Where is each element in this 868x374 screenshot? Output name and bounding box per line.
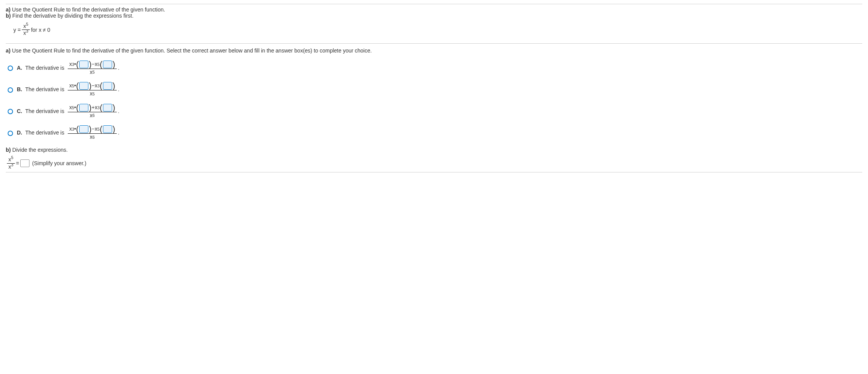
part-a-text: Use the Quotient Rule to find the deriva…	[10, 7, 165, 13]
choice-c-radio[interactable]	[8, 109, 13, 114]
choice-c-row: C. The derivative is x5 • () + x3 () x6 …	[6, 104, 862, 118]
choice-c-input-2[interactable]	[103, 104, 112, 112]
choice-c-period: .	[118, 108, 119, 114]
choice-d-row: D. The derivative is x3 • () − x5 () x6 …	[6, 125, 862, 140]
choice-b-row: B. The derivative is x5 • () − x3 () x5 …	[6, 82, 862, 97]
eq-condition: for x ≠ 0	[31, 27, 50, 33]
choice-b-letter: B.	[17, 86, 22, 92]
part-b-prompt-text: Divide the expressions.	[11, 147, 68, 153]
choice-d-input-2[interactable]	[103, 125, 112, 133]
part-b-hint: (Simplify your answer.)	[32, 160, 86, 166]
part-b-answer-input[interactable]	[20, 159, 29, 167]
choice-a-period: .	[118, 65, 119, 71]
choice-a-input-2[interactable]	[103, 61, 112, 68]
function-equation: y = x5 x3 for x ≠ 0	[13, 23, 862, 36]
choice-a-text: The derivative is	[25, 65, 64, 71]
eq-fraction: x5 x3	[22, 23, 30, 36]
part-a-prompt-text: Use the Quotient Rule to find the deriva…	[10, 48, 372, 54]
part-b-label: b)	[6, 13, 11, 19]
choice-d-radio[interactable]	[8, 131, 13, 136]
part-b-equals: =	[16, 160, 19, 166]
choice-a-row: A. The derivative is x3 • () − x5 () x5 …	[6, 61, 862, 75]
part-b-text: Find the derivative by dividing the expr…	[11, 13, 134, 19]
choice-d-period: .	[118, 130, 119, 136]
choice-d-fraction: x3 • () − x5 () x6	[68, 125, 117, 140]
choice-c-text: The derivative is	[25, 108, 64, 114]
choice-d-letter: D.	[17, 130, 22, 136]
choice-a-letter: A.	[17, 65, 22, 71]
choice-b-period: .	[118, 86, 119, 92]
part-a-label: a)	[6, 7, 10, 13]
eq-y: y =	[13, 27, 21, 33]
problem-statement: a) Use the Quotient Rule to find the der…	[6, 4, 862, 44]
choice-b-fraction: x5 • () − x3 () x5	[68, 82, 117, 97]
choice-d-input-1[interactable]	[79, 125, 88, 133]
choice-c-fraction: x5 • () + x3 () x6	[68, 104, 117, 118]
choice-b-text: The derivative is	[25, 86, 64, 92]
choice-a-input-1[interactable]	[79, 61, 88, 68]
part-a-section: a) Use the Quotient Rule to find the der…	[6, 44, 862, 172]
choice-c-input-1[interactable]	[79, 104, 88, 112]
choice-a-fraction: x3 • () − x5 () x5	[68, 61, 117, 75]
choice-d-text: The derivative is	[25, 130, 64, 136]
choice-b-input-2[interactable]	[103, 82, 112, 90]
part-b-equation: x5 x3 = (Simplify your answer.)	[6, 157, 862, 170]
part-b-fraction: x5 x3	[7, 157, 15, 170]
choice-a-radio[interactable]	[8, 66, 13, 71]
part-b-prompt-label: b)	[6, 147, 11, 153]
part-a-prompt-label: a)	[6, 48, 10, 54]
choice-b-radio[interactable]	[8, 87, 13, 93]
choice-c-letter: C.	[17, 108, 22, 114]
choice-b-input-1[interactable]	[79, 82, 88, 90]
